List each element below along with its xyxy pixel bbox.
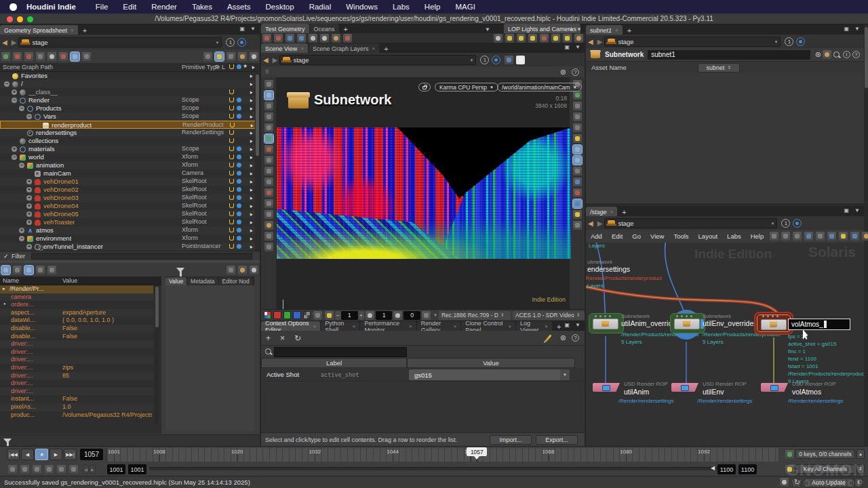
rop-utilEnv[interactable] bbox=[671, 383, 698, 392]
expand-icon[interactable]: − bbox=[12, 98, 17, 103]
tree-row-vehDrone04[interactable]: +vehDrone04SkelRoot▲ bbox=[0, 202, 260, 210]
tab-geometry-spreadsheet[interactable]: Geometry Spreadsheet× bbox=[0, 25, 78, 35]
col-label[interactable]: Label bbox=[261, 358, 407, 368]
col-name[interactable]: Name bbox=[3, 277, 19, 284]
pin-count-badge[interactable]: 1 bbox=[226, 38, 235, 47]
network-menu-labs[interactable]: Labs bbox=[727, 232, 741, 240]
attribute-row[interactable]: produc.../Volumes/Pegasus32 R4/Projects/… bbox=[0, 411, 153, 420]
visible-flag-icon[interactable] bbox=[237, 211, 241, 216]
tree-row-vehDrone05[interactable]: +vehDrone05SkelRoot▲ bbox=[0, 210, 260, 218]
recook-icon[interactable]: ↻ bbox=[794, 478, 800, 487]
tree-scrollbar[interactable] bbox=[255, 72, 260, 251]
dim-icon[interactable] bbox=[573, 221, 582, 230]
visible-flag-icon[interactable] bbox=[237, 114, 241, 119]
pin-count-badge[interactable]: 1 bbox=[781, 219, 790, 228]
isolate-icon[interactable] bbox=[573, 123, 582, 132]
tree-row-renderproduct[interactable]: renderproductRenderProduct▲◀ bbox=[0, 121, 260, 129]
tree-row-vehDrone01[interactable]: +vehDrone01SkelRoot▲ bbox=[0, 178, 260, 186]
dome-light-icon[interactable] bbox=[563, 34, 572, 43]
close-tab-icon[interactable]: × bbox=[71, 27, 74, 33]
info-icon[interactable]: i bbox=[843, 51, 850, 58]
left-path-field[interactable]: stage ▼ bbox=[18, 37, 222, 47]
selectable-flag-icon[interactable]: ▲ bbox=[248, 81, 254, 87]
visible-flag-icon[interactable] bbox=[237, 163, 241, 167]
gizmo-icon[interactable] bbox=[573, 91, 582, 100]
distant-light-icon[interactable] bbox=[505, 34, 514, 43]
skydome-light-icon[interactable] bbox=[517, 34, 526, 43]
next-key-button[interactable]: ▶ bbox=[90, 465, 96, 474]
active-flag-icon[interactable] bbox=[229, 114, 234, 119]
walk-tool-icon[interactable] bbox=[264, 210, 273, 219]
tab-stage[interactable]: /stage× bbox=[586, 207, 617, 216]
range-start-field[interactable]: 1001 bbox=[107, 464, 125, 474]
display-flag-icon[interactable] bbox=[13, 52, 22, 61]
col-p[interactable]: P bbox=[215, 64, 219, 70]
filter-funnel-icon[interactable] bbox=[3, 439, 12, 443]
search-icon[interactable] bbox=[833, 51, 841, 59]
list-view-icon[interactable] bbox=[793, 232, 802, 241]
rop-utilAnim[interactable] bbox=[593, 383, 620, 392]
tree-row-vehToaster[interactable]: +vehToasterSkelRoot▲ bbox=[0, 218, 260, 226]
histogram-icon[interactable] bbox=[422, 311, 431, 320]
close-tab-icon[interactable]: × bbox=[508, 323, 511, 329]
env-light-icon[interactable] bbox=[574, 34, 583, 43]
scale-icon[interactable] bbox=[264, 123, 273, 132]
expand-icon[interactable]: + bbox=[26, 195, 32, 201]
attribute-row[interactable]: driver:... bbox=[0, 340, 153, 348]
filter-input[interactable] bbox=[31, 253, 252, 260]
goto-start-button[interactable]: |◀◀ bbox=[7, 449, 20, 460]
link-target-icon[interactable] bbox=[492, 56, 500, 64]
culling-icon[interactable] bbox=[573, 167, 582, 176]
new-pane-tab-button[interactable]: + bbox=[380, 45, 392, 53]
playback-end-field[interactable]: 1100 bbox=[717, 464, 736, 474]
active-flag-icon[interactable] bbox=[229, 220, 234, 224]
visible-flag-icon[interactable] bbox=[237, 236, 241, 241]
handles-icon[interactable] bbox=[264, 134, 273, 143]
tab-performance-monitor[interactable]: Performance Monitor× bbox=[360, 321, 416, 331]
visible-flag-icon[interactable] bbox=[237, 203, 241, 208]
active-flag-icon[interactable] bbox=[230, 123, 235, 127]
attribute-row[interactable]: driver:... bbox=[0, 348, 153, 357]
snap-grid-icon[interactable] bbox=[264, 156, 273, 165]
settings-gear-icon[interactable]: ⊛ bbox=[815, 51, 821, 58]
active-flag-icon[interactable] bbox=[229, 236, 234, 241]
material-ball-icon[interactable] bbox=[573, 134, 582, 143]
background-image-icon[interactable] bbox=[850, 232, 859, 241]
tab-python-shell[interactable]: Python Shell× bbox=[321, 321, 359, 331]
timeline-ruler[interactable]: 1001100810201032104410561068108010921057 bbox=[107, 448, 778, 462]
green-channel-icon[interactable] bbox=[283, 311, 291, 319]
active-flag-icon[interactable] bbox=[229, 163, 234, 167]
keying-mode-icon[interactable] bbox=[785, 465, 794, 474]
menu-item-magi[interactable]: MAGI bbox=[448, 3, 483, 11]
selectable-flag-icon[interactable]: ▲ bbox=[248, 154, 254, 161]
link-target-icon[interactable] bbox=[793, 219, 802, 228]
drop-tool-icon[interactable] bbox=[264, 243, 273, 251]
attribute-row[interactable]: driver:... bbox=[0, 380, 153, 388]
menu-item-windows[interactable]: Windows bbox=[338, 3, 385, 11]
help-icon[interactable] bbox=[250, 266, 258, 274]
close-tab-icon[interactable]: × bbox=[353, 323, 356, 329]
ghost-icon[interactable] bbox=[573, 113, 582, 121]
cube-display-icon[interactable] bbox=[505, 56, 513, 64]
active-flag-icon[interactable] bbox=[229, 244, 234, 249]
exposure-icon[interactable] bbox=[325, 311, 334, 320]
pane-maximize-icon[interactable]: ▣ bbox=[564, 322, 570, 328]
selectable-flag-icon[interactable]: ▲ bbox=[248, 170, 254, 177]
link-icon[interactable] bbox=[71, 52, 79, 61]
active-flag-icon[interactable] bbox=[229, 195, 234, 200]
white-background-icon[interactable] bbox=[516, 56, 525, 64]
view-tool-icon[interactable] bbox=[264, 199, 273, 208]
selectable-flag-icon[interactable]: ▲ bbox=[248, 97, 254, 104]
inspect-icon[interactable] bbox=[59, 52, 68, 61]
blueshape-icon[interactable] bbox=[285, 34, 294, 43]
visible-flag-icon[interactable] bbox=[237, 244, 241, 249]
active-flag-icon[interactable] bbox=[229, 171, 234, 176]
pause-icon[interactable] bbox=[24, 266, 33, 274]
goto-marker-icon[interactable] bbox=[69, 465, 78, 474]
close-tab-icon[interactable]: × bbox=[615, 27, 618, 33]
tab-clone-control-panel[interactable]: Clone Control Panel× bbox=[461, 321, 515, 331]
reload-options-icon[interactable]: ↻ bbox=[294, 333, 301, 343]
selectable-flag-icon[interactable]: ▲ bbox=[248, 178, 254, 185]
grid-display-icon[interactable] bbox=[573, 210, 582, 219]
forward-icon[interactable]: ▶ bbox=[273, 56, 278, 64]
